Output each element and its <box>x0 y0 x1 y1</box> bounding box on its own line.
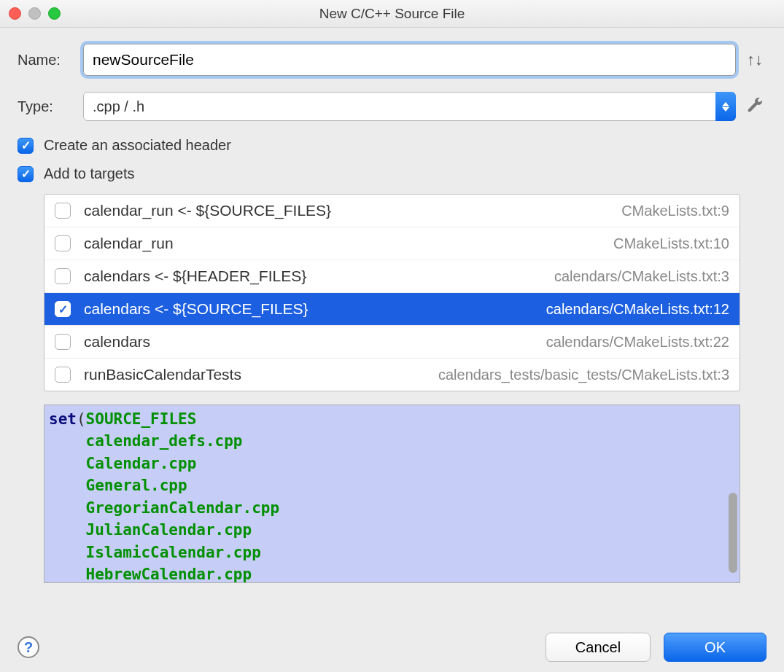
targets-list[interactable]: calendar_run <- ${SOURCE_FILES}CMakeList… <box>44 194 740 391</box>
target-row[interactable]: runBasicCalendarTestscalendars_tests/bas… <box>44 359 740 391</box>
type-select-chevron-icon[interactable] <box>715 92 736 121</box>
target-row[interactable]: calendarscalendars/CMakeLists.txt:22 <box>44 326 740 359</box>
zoom-window-icon[interactable] <box>48 7 61 20</box>
close-window-icon[interactable] <box>9 7 21 20</box>
name-label: Name: <box>18 52 83 69</box>
target-name: calendars <- ${HEADER_FILES} <box>84 267 306 285</box>
target-path: calendars_tests/basic_tests/CMakeLists.t… <box>438 367 729 383</box>
target-name: runBasicCalendarTests <box>84 366 241 383</box>
type-select-value: .cpp / .h <box>93 98 144 115</box>
target-checkbox[interactable] <box>55 203 71 219</box>
target-path: calendars/CMakeLists.txt:3 <box>554 268 729 285</box>
target-row[interactable]: calendars <- ${SOURCE_FILES}calendars/CM… <box>44 293 740 326</box>
window-title: New C/C++ Source File <box>0 6 784 22</box>
target-row[interactable]: calendars <- ${HEADER_FILES}calendars/CM… <box>44 260 740 293</box>
minimize-window-icon <box>28 7 41 20</box>
create-header-label: Create an associated header <box>44 137 231 154</box>
target-path: calendars/CMakeLists.txt:12 <box>546 301 729 318</box>
target-row[interactable]: calendar_runCMakeLists.txt:10 <box>44 227 740 260</box>
type-select[interactable]: .cpp / .h <box>83 92 736 121</box>
type-label: Type: <box>18 98 83 115</box>
ok-button[interactable]: OK <box>664 633 766 662</box>
target-checkbox[interactable] <box>55 301 71 317</box>
target-checkbox[interactable] <box>55 235 71 251</box>
target-path: CMakeLists.txt:9 <box>621 203 729 219</box>
target-name: calendar_run <- ${SOURCE_FILES} <box>84 202 331 219</box>
target-path: calendars/CMakeLists.txt:22 <box>546 334 729 351</box>
create-header-checkbox[interactable] <box>18 138 34 154</box>
wrench-icon[interactable] <box>743 96 766 117</box>
create-header-checkbox-row[interactable]: Create an associated header <box>18 137 766 154</box>
target-checkbox[interactable] <box>55 334 71 350</box>
footer: ? Cancel OK <box>0 622 784 672</box>
target-checkbox[interactable] <box>55 268 71 284</box>
target-name: calendars <- ${SOURCE_FILES} <box>84 300 308 318</box>
scrollbar-thumb[interactable] <box>729 493 737 573</box>
add-targets-checkbox-row[interactable]: Add to targets <box>18 165 766 182</box>
name-input-wrap[interactable] <box>83 44 736 76</box>
target-name: calendars <box>84 333 150 351</box>
target-path: CMakeLists.txt:10 <box>613 235 729 252</box>
titlebar: New C/C++ Source File <box>0 0 784 28</box>
up-down-arrows-icon[interactable]: ↑↓ <box>743 50 766 69</box>
name-input[interactable] <box>93 44 726 75</box>
target-row[interactable]: calendar_run <- ${SOURCE_FILES}CMakeList… <box>44 195 740 227</box>
code-preview: set(SOURCE_FILES calendar_defs.cpp Calen… <box>44 405 740 583</box>
cancel-button[interactable]: Cancel <box>546 633 651 662</box>
target-name: calendar_run <box>84 235 174 252</box>
add-targets-label: Add to targets <box>44 165 135 182</box>
add-targets-checkbox[interactable] <box>18 166 34 182</box>
target-checkbox[interactable] <box>55 367 71 383</box>
help-icon[interactable]: ? <box>18 636 39 658</box>
